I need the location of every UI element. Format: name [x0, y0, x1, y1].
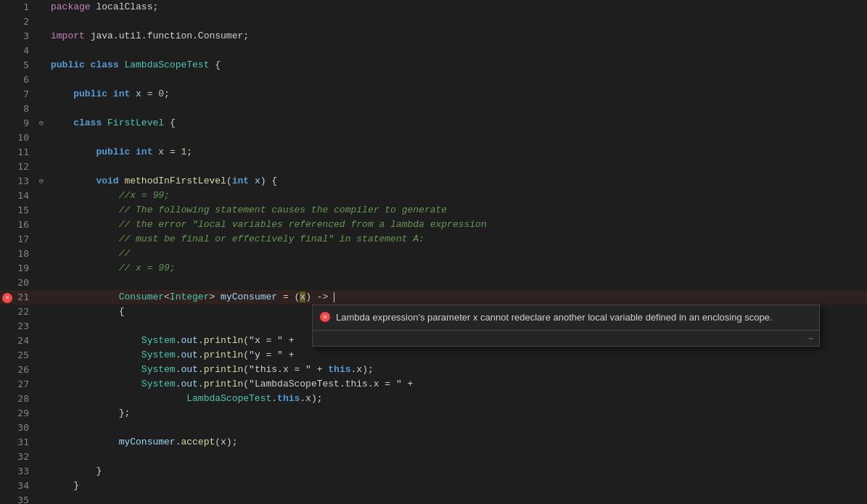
code-line: System.out.println("LambdaScopeTest.this… — [48, 377, 867, 392]
line-number: 10 — [15, 131, 35, 145]
line-number: 16 — [15, 218, 35, 232]
code-line — [48, 421, 867, 435]
table-row: 14 //x = 99; — [0, 189, 867, 203]
error-gutter — [0, 232, 15, 247]
code-line: // x = 99; — [48, 261, 867, 276]
code-line — [48, 276, 867, 290]
fold-icon — [35, 493, 48, 504]
fold-icon[interactable]: ⊖ — [35, 174, 48, 189]
fold-icon — [35, 29, 48, 44]
fold-icon — [35, 450, 48, 464]
line-number: 5 — [15, 58, 35, 73]
fold-icon — [35, 145, 48, 160]
table-row: 20 — [0, 276, 867, 290]
table-row: 5public class LambdaScopeTest { — [0, 58, 867, 73]
fold-icon — [35, 160, 48, 174]
table-row: 3import java.util.function.Consumer; — [0, 29, 867, 44]
code-line: System.out.println("y = " + — [48, 348, 867, 363]
fold-icon — [35, 479, 48, 493]
error-icon: ✕ — [320, 312, 330, 322]
error-gutter — [0, 174, 15, 189]
table-row: 33 } — [0, 464, 867, 479]
table-row: 1package localClass; — [0, 0, 867, 15]
code-line: Consumer<Integer> myConsumer = (x) -> — [48, 290, 867, 305]
fold-icon — [35, 305, 48, 319]
error-gutter — [0, 247, 15, 261]
code-line: package localClass; — [48, 0, 867, 15]
line-number: 33 — [15, 464, 35, 479]
code-line: }; — [48, 406, 867, 421]
code-line: } — [48, 479, 867, 493]
table-row: 29 }; — [0, 406, 867, 421]
fold-icon — [35, 87, 48, 102]
error-gutter — [0, 406, 15, 421]
code-line — [48, 160, 867, 174]
table-row: 6 — [0, 73, 867, 87]
fold-icon — [35, 377, 48, 392]
error-gutter — [0, 0, 15, 15]
line-number: 11 — [15, 145, 35, 160]
error-gutter — [0, 102, 15, 116]
error-gutter — [0, 421, 15, 435]
code-line — [48, 493, 867, 504]
code-line: // must be final or effectively final" i… — [48, 232, 867, 247]
error-gutter — [0, 203, 15, 218]
line-number: 6 — [15, 73, 35, 87]
code-line: public int x = 1; — [48, 145, 867, 160]
fold-icon — [35, 232, 48, 247]
table-row: 9⊖ class FirstLevel { — [0, 116, 867, 131]
line-number: 30 — [15, 421, 35, 435]
fold-icon — [35, 334, 48, 348]
error-popup-content: ✕ Lambda expression's parameter x cannot… — [313, 305, 819, 346]
line-number: 32 — [15, 450, 35, 464]
line-number: 2 — [15, 15, 35, 29]
line-number: 9 — [15, 116, 35, 131]
error-gutter — [0, 363, 15, 377]
table-row: 26 System.out.println("this.x = " + this… — [0, 363, 867, 377]
line-number: 22 — [15, 305, 35, 319]
fold-icon — [35, 348, 48, 363]
error-gutter — [0, 319, 15, 334]
fold-icon — [35, 44, 48, 58]
fold-icon — [35, 276, 48, 290]
error-tooltip: ✕ Lambda expression's parameter x cannot… — [312, 305, 820, 347]
fold-icon — [35, 290, 48, 305]
error-gutter — [0, 450, 15, 464]
table-row: 10 — [0, 131, 867, 145]
error-gutter — [0, 44, 15, 58]
error-popup-main: ✕ Lambda expression's parameter x cannot… — [313, 305, 819, 330]
error-gutter — [0, 15, 15, 29]
line-number: 34 — [15, 479, 35, 493]
line-number: 21 — [15, 290, 35, 305]
error-gutter — [0, 73, 15, 87]
fold-icon — [35, 363, 48, 377]
line-number: 8 — [15, 102, 35, 116]
fold-icon[interactable]: ⊖ — [35, 116, 48, 131]
table-row: 7 public int x = 0; — [0, 87, 867, 102]
table-row: 19 // x = 99; — [0, 261, 867, 276]
fold-icon — [35, 406, 48, 421]
code-line: public int x = 0; — [48, 87, 867, 102]
error-gutter — [0, 189, 15, 203]
line-number: 1 — [15, 0, 35, 15]
fold-icon — [35, 319, 48, 334]
table-row: 16 // the error "local variables referen… — [0, 218, 867, 232]
table-row: ✕21 Consumer<Integer> myConsumer = (x) -… — [0, 290, 867, 305]
code-line: public class LambdaScopeTest { — [48, 58, 867, 73]
error-gutter — [0, 435, 15, 450]
table-row: 2 — [0, 15, 867, 29]
error-gutter — [0, 116, 15, 131]
fold-icon — [35, 247, 48, 261]
fold-icon — [35, 218, 48, 232]
line-number: 31 — [15, 435, 35, 450]
code-editor[interactable]: 1package localClass;23import java.util.f… — [0, 0, 867, 504]
table-row: 4 — [0, 44, 867, 58]
fold-icon — [35, 392, 48, 406]
fold-icon — [35, 15, 48, 29]
error-gutter — [0, 261, 15, 276]
code-line: class FirstLevel { — [48, 116, 867, 131]
error-gutter — [0, 334, 15, 348]
code-line: myConsumer.accept(x); — [48, 435, 867, 450]
table-row: 11 public int x = 1; — [0, 145, 867, 160]
code-line: System.out.println("this.x = " + this.x)… — [48, 363, 867, 377]
